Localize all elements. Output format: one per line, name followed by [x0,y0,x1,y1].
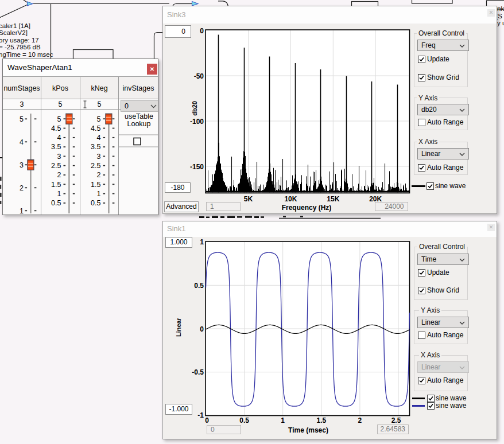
svg-text:4: 4 [57,134,61,142]
svg-text:5: 5 [97,115,101,123]
svg-text:0: 0 [125,102,129,110]
svg-text:ngTime = 10 msec: ngTime = 10 msec [0,51,53,58]
svg-text:0.5: 0.5 [51,199,61,207]
svg-text:2: 2 [57,171,61,179]
svg-text:2.5: 2.5 [91,162,100,170]
svg-text:4.5: 4.5 [51,124,61,133]
svg-text:useTable: useTable [125,112,153,120]
svg-text:5: 5 [20,115,24,123]
svg-text:nk[: nk[ [497,5,504,12]
svg-text:4: 4 [20,138,24,146]
svg-text:3: 3 [97,153,101,161]
svg-text:3.5: 3.5 [91,143,100,151]
svg-text:3.5: 3.5 [51,143,61,151]
svg-text:Lookup: Lookup [127,120,150,128]
svg-text:kNeg: kNeg [91,84,107,92]
svg-text:invStages: invStages [123,84,154,92]
svg-text:= -25.7956 dB: = -25.7956 dB [0,44,41,50]
svg-text:ory usage: 17: ory usage: 17 [0,37,39,44]
svg-text:3: 3 [20,100,24,108]
svg-text:kPos: kPos [52,84,68,92]
svg-text:caler1 [1A]: caler1 [1A] [0,22,30,29]
svg-text:5: 5 [59,100,63,108]
svg-text:1.5: 1.5 [91,181,100,189]
svg-text:ScalerV2]: ScalerV2] [0,29,28,36]
svg-text:3: 3 [20,161,24,169]
svg-text:2: 2 [20,184,24,192]
svg-text:5: 5 [98,100,102,108]
svg-text:numStages: numStages [3,84,40,92]
svg-text:1: 1 [97,190,101,198]
svg-text:1: 1 [20,207,24,215]
svg-text:2: 2 [97,171,101,179]
svg-text:3: 3 [57,153,61,161]
svg-text:1.5: 1.5 [51,181,61,189]
svg-text:0.5: 0.5 [91,199,100,207]
svg-text:4: 4 [97,134,101,142]
svg-text:y u: y u [497,20,504,26]
svg-text:5: 5 [57,115,61,123]
svg-text:1: 1 [57,190,61,198]
svg-text:2.5: 2.5 [51,162,61,170]
svg-text:4.5: 4.5 [91,124,100,133]
